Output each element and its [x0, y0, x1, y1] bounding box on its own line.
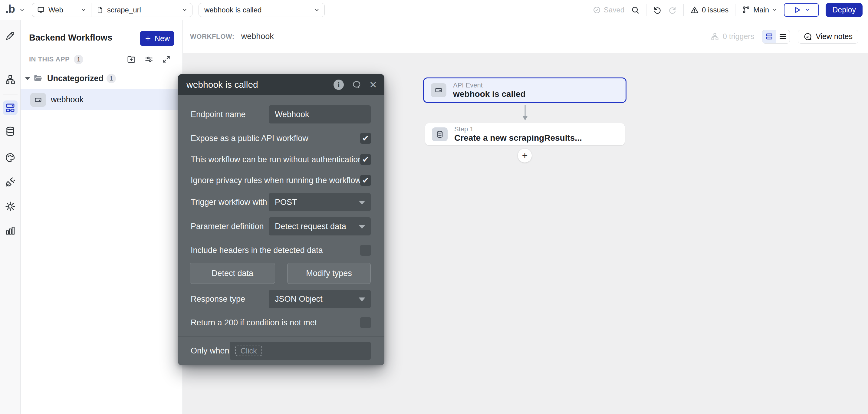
hamburger-icon	[779, 32, 787, 40]
workflow-dropdown[interactable]: webhook is called	[198, 3, 325, 17]
expand-icon[interactable]	[162, 55, 171, 64]
chevron-down-icon	[772, 7, 777, 12]
close-icon[interactable]: ✕	[369, 80, 377, 90]
design-tab-pencil-icon[interactable]	[3, 28, 18, 43]
view-notes-button[interactable]: View notes	[798, 30, 858, 43]
expose-api-checkbox[interactable]	[360, 133, 371, 144]
backend-workflows-tab-icon[interactable]	[3, 100, 18, 115]
modify-types-button[interactable]: Modify types	[287, 263, 371, 284]
add-step-button[interactable]: +	[518, 149, 532, 162]
view-mode-toggle	[762, 30, 790, 43]
preview-button[interactable]	[784, 3, 819, 17]
folder-count-badge: 1	[106, 74, 116, 83]
view-notes-label: View notes	[816, 32, 852, 41]
workflow-name: webhook	[241, 32, 274, 41]
endpoint-name-label: Endpoint name	[191, 110, 246, 119]
detect-data-button[interactable]: Detect data	[190, 263, 275, 284]
data-tab-database-icon[interactable]	[3, 124, 18, 138]
check-circle-icon	[593, 6, 601, 14]
no-auth-checkbox[interactable]	[360, 154, 371, 165]
modify-types-label: Modify types	[306, 269, 352, 278]
include-headers-label: Include headers in the detected data	[191, 246, 323, 255]
divider	[178, 336, 384, 337]
toolbar-right: Saved 0 issues	[593, 3, 863, 17]
card-view-toggle[interactable]	[763, 30, 776, 43]
top-toolbar: .b Web scrape_url	[0, 0, 868, 20]
page-icon	[96, 6, 103, 14]
api-event-icon	[30, 93, 46, 107]
only-when-input[interactable]: Click	[230, 342, 371, 360]
no-auth-label: This workflow can be run without authent…	[191, 155, 362, 164]
saved-label: Saved	[604, 6, 624, 14]
logs-tab-chart-icon[interactable]	[3, 223, 18, 237]
only-when-click-placeholder[interactable]: Click	[235, 346, 262, 356]
redo-icon[interactable]	[668, 6, 677, 14]
mode-page-selector: Web scrape_url	[32, 3, 192, 17]
response-type-dropdown[interactable]: JSON Object	[269, 290, 371, 308]
play-icon	[793, 6, 801, 14]
panel-title: Backend Workflows	[29, 33, 112, 43]
plugins-tab-plug-icon[interactable]	[3, 175, 18, 189]
issues-indicator[interactable]: 0 issues	[690, 6, 728, 14]
divider	[683, 4, 684, 16]
ignore-privacy-checkbox[interactable]	[360, 175, 371, 186]
include-headers-checkbox[interactable]	[360, 245, 371, 256]
info-icon[interactable]: i	[334, 79, 344, 90]
api-event-icon	[431, 83, 446, 97]
workflow-label: WORKFLOW:	[190, 33, 235, 40]
workflow-list-item-webhook[interactable]: webhook	[21, 89, 183, 110]
trigger-with-dropdown[interactable]: POST	[269, 193, 371, 211]
chevron-down-icon	[314, 7, 319, 13]
deploy-button[interactable]: Deploy	[826, 3, 863, 17]
list-view-toggle[interactable]	[776, 30, 789, 43]
caret-down-icon[interactable]	[25, 77, 30, 80]
endpoint-name-input[interactable]: Webhook	[269, 105, 371, 124]
divider	[3, 94, 18, 94]
settings-tab-gear-icon[interactable]	[3, 199, 18, 214]
workflow-item-label: webhook	[51, 95, 84, 104]
app-menu[interactable]: .b	[5, 3, 25, 17]
save-status: Saved	[593, 6, 624, 14]
chevron-down-icon	[81, 7, 86, 13]
backend-workflows-panel: Backend Workflows New IN THIS APP 1	[21, 20, 183, 414]
filter-sliders-icon[interactable]	[144, 55, 153, 64]
mode-dropdown[interactable]: Web	[32, 3, 91, 17]
scope-count-badge: 1	[74, 55, 83, 64]
mode-label: Web	[49, 6, 63, 14]
flow-node-api-event[interactable]: API Event webhook is called	[423, 77, 626, 103]
param-definition-dropdown[interactable]: Detect request data	[269, 217, 371, 235]
folder-uncategorized[interactable]: Uncategorized 1	[25, 73, 116, 84]
response-type-label: Response type	[191, 294, 245, 304]
node-kind-label: Step 1	[454, 125, 582, 133]
workflow-dropdown-value: webhook is called	[204, 6, 261, 14]
undo-icon[interactable]	[653, 6, 661, 14]
new-button-label: New	[155, 34, 170, 43]
response-type-value: JSON Object	[275, 294, 322, 304]
sitemap-icon	[711, 32, 719, 41]
modal-header[interactable]: webhook is called i ✕	[178, 74, 384, 95]
stacked-rows-icon	[765, 32, 773, 40]
return-200-checkbox[interactable]	[360, 317, 371, 328]
workflows-tab-sitemap-icon[interactable]	[3, 72, 18, 87]
new-workflow-button[interactable]: New	[140, 31, 174, 46]
param-definition-value: Detect request data	[275, 222, 346, 231]
styles-tab-palette-icon[interactable]	[3, 151, 18, 165]
node-title: webhook is called	[453, 89, 526, 99]
add-folder-icon[interactable]	[127, 55, 136, 64]
database-action-icon	[432, 127, 447, 141]
flow-node-step-1[interactable]: Step 1 Create a new scrapingResults...	[425, 123, 625, 145]
node-kind-label: API Event	[453, 82, 526, 89]
folder-open-icon	[33, 73, 43, 83]
trigger-with-value: POST	[275, 198, 297, 207]
divider	[646, 4, 647, 16]
triggers-label: 0 triggers	[723, 32, 754, 41]
comment-bubble-icon[interactable]	[352, 80, 361, 90]
page-label: scrape_url	[107, 6, 141, 14]
page-dropdown[interactable]: scrape_url	[91, 3, 192, 17]
branch-selector[interactable]: Main	[742, 6, 777, 14]
search-icon[interactable]	[631, 6, 640, 14]
panel-tools	[127, 54, 171, 64]
modal-title: webhook is called	[186, 79, 258, 90]
plus-icon	[144, 35, 152, 42]
scope-label: IN THIS APP	[29, 55, 70, 63]
